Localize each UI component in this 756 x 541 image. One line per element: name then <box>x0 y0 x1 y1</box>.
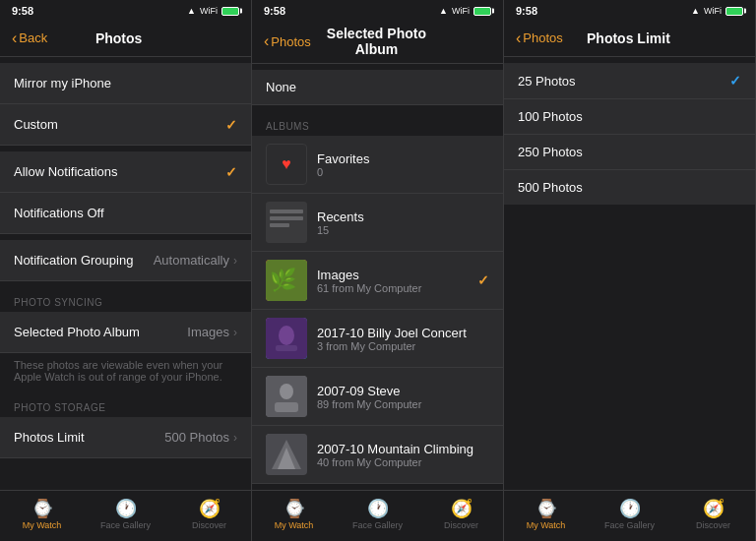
tab-my-watch-1[interactable]: ⌚ My Watch <box>0 495 84 533</box>
signal-icon-2: ▲ <box>439 6 448 16</box>
discover-label-2: Discover <box>444 520 478 530</box>
limit-500-item[interactable]: 500 Photos <box>504 170 755 205</box>
status-bar-2: 9:58 ▲ WiFi <box>252 0 503 20</box>
my-watch-icon-1: ⌚ <box>32 498 53 519</box>
selected-photo-album-chevron: › <box>233 326 237 339</box>
album-thumb-recents <box>266 202 307 243</box>
album-info-favorites: Favorites 0 <box>317 151 489 178</box>
wifi-icon-1: WiFi <box>200 6 218 16</box>
album-item-favorites[interactable]: ♥ Favorites 0 <box>252 136 503 194</box>
battery-icon-1 <box>221 7 239 16</box>
notifications-off-item[interactable]: Notifications Off <box>0 193 251 234</box>
tab-bar-1: ⌚ My Watch 🕐 Face Gallery 🧭 Discover <box>0 490 251 541</box>
photos-limit-item[interactable]: Photos Limit 500 Photos › <box>0 417 251 458</box>
tab-discover-3[interactable]: 🧭 Discover <box>671 495 755 533</box>
album-desc: These photos are viewable even when your… <box>0 353 251 392</box>
tab-face-gallery-2[interactable]: 🕐 Face Gallery <box>336 495 419 533</box>
allow-notifications-label: Allow Notifications <box>14 164 225 179</box>
notification-grouping-item[interactable]: Notification Grouping Automatically › <box>0 240 251 281</box>
limit-250-label: 250 Photos <box>518 145 741 159</box>
tab-discover-2[interactable]: 🧭 Discover <box>419 495 503 533</box>
album-name-concert: 2017-10 Billy Joel Concert <box>317 326 489 340</box>
svg-rect-2 <box>270 216 303 220</box>
album-item-concert[interactable]: 2017-10 Billy Joel Concert 3 from My Com… <box>252 310 503 368</box>
album-name-favorites: Favorites <box>317 151 489 166</box>
album-count-mountain: 40 from My Computer <box>317 456 489 468</box>
back-chevron-3: ‹ <box>516 30 521 46</box>
images-check: ✓ <box>477 272 489 288</box>
tab-bar-3: ⌚ My Watch 🕐 Face Gallery 🧭 Discover <box>504 490 755 541</box>
nav-title-1: Photos <box>47 30 190 46</box>
svg-rect-8 <box>276 345 297 351</box>
back-button-1[interactable]: ‹ Back <box>12 30 47 46</box>
status-time-2: 9:58 <box>264 5 285 17</box>
album-item-mountain[interactable]: 2007-10 Mountain Climbing 40 from My Com… <box>252 426 503 484</box>
selected-photo-album-value: Images <box>187 325 229 339</box>
status-time-1: 9:58 <box>12 5 33 17</box>
custom-label: Custom <box>14 117 225 132</box>
limit-100-label: 100 Photos <box>518 109 741 124</box>
status-icons-1: ▲ WiFi <box>187 6 239 16</box>
notification-grouping-value: Automatically <box>154 253 229 268</box>
allow-notifications-item[interactable]: Allow Notifications ✓ <box>0 151 251 193</box>
album-info-concert: 2017-10 Billy Joel Concert 3 from My Com… <box>317 326 489 352</box>
none-item[interactable]: None <box>252 70 503 105</box>
custom-item[interactable]: Custom ✓ <box>0 104 251 146</box>
album-item-steve[interactable]: 2007-09 Steve 89 from My Computer <box>252 368 503 426</box>
photos-limit-value: 500 Photos <box>164 430 229 445</box>
mirror-iphone-item[interactable]: Mirror my iPhone <box>0 63 251 104</box>
svg-rect-11 <box>275 402 298 412</box>
album-thumb-favorites: ♥ <box>266 144 307 185</box>
svg-point-7 <box>279 326 294 345</box>
face-gallery-label-1: Face Gallery <box>100 520 151 530</box>
tab-face-gallery-1[interactable]: 🕐 Face Gallery <box>84 495 167 533</box>
none-label: None <box>266 80 489 94</box>
nav-bar-3: ‹ Photos Photos Limit <box>504 20 755 57</box>
album-item-images[interactable]: 🌿 Images 61 from My Computer ✓ <box>252 252 503 310</box>
albums-header: ALBUMS <box>252 111 503 136</box>
svg-rect-0 <box>266 202 307 243</box>
album-info-images: Images 61 from My Computer <box>317 268 468 294</box>
album-info-recents: Recents 15 <box>317 210 489 236</box>
limit-250-item[interactable]: 250 Photos <box>504 135 755 170</box>
back-label-3: Photos <box>523 30 562 45</box>
battery-icon-3 <box>725 7 743 16</box>
face-gallery-icon-2: 🕐 <box>367 498 389 519</box>
panel1-content: Mirror my iPhone Custom ✓ Allow Notifica… <box>0 57 251 490</box>
svg-rect-3 <box>270 223 289 227</box>
back-label-2: Photos <box>271 34 310 49</box>
custom-check: ✓ <box>225 117 237 133</box>
limit-25-item[interactable]: 25 Photos ✓ <box>504 63 755 99</box>
photo-storage-header: PHOTO STORAGE <box>0 392 251 417</box>
back-button-3[interactable]: ‹ Photos <box>516 30 563 46</box>
svg-point-10 <box>280 384 293 399</box>
album-info-steve: 2007-09 Steve 89 from My Computer <box>317 384 489 410</box>
back-chevron-2: ‹ <box>264 33 269 49</box>
notification-grouping-chevron: › <box>233 254 237 268</box>
my-watch-label-3: My Watch <box>527 520 566 530</box>
nav-title-3: Photos Limit <box>563 30 694 46</box>
tab-bar-2: ⌚ My Watch 🕐 Face Gallery 🧭 Discover <box>252 490 503 541</box>
limit-25-label: 25 Photos <box>518 74 729 89</box>
tab-face-gallery-3[interactable]: 🕐 Face Gallery <box>588 495 671 533</box>
back-chevron-1: ‹ <box>12 30 17 46</box>
album-item-recents[interactable]: Recents 15 <box>252 194 503 252</box>
face-gallery-icon-3: 🕐 <box>619 498 641 519</box>
back-label-1: Back <box>19 30 47 45</box>
selected-photo-album-item[interactable]: Selected Photo Album Images › <box>0 312 251 353</box>
back-button-2[interactable]: ‹ Photos <box>264 33 311 49</box>
status-icons-3: ▲ WiFi <box>691 6 743 16</box>
svg-text:🌿: 🌿 <box>270 267 297 293</box>
status-bar-3: 9:58 ▲ WiFi <box>504 0 755 20</box>
limit-500-label: 500 Photos <box>518 180 741 195</box>
album-count-steve: 89 from My Computer <box>317 398 489 410</box>
tab-discover-1[interactable]: 🧭 Discover <box>167 495 251 533</box>
nav-bar-2: ‹ Photos Selected Photo Album <box>252 20 503 64</box>
tab-my-watch-2[interactable]: ⌚ My Watch <box>252 495 336 533</box>
tab-my-watch-3[interactable]: ⌚ My Watch <box>504 495 588 533</box>
album-thumb-concert <box>266 318 307 359</box>
photos-limit-chevron: › <box>233 431 237 445</box>
limit-100-item[interactable]: 100 Photos <box>504 99 755 135</box>
signal-icon-1: ▲ <box>187 6 196 16</box>
my-watch-icon-3: ⌚ <box>536 498 557 519</box>
